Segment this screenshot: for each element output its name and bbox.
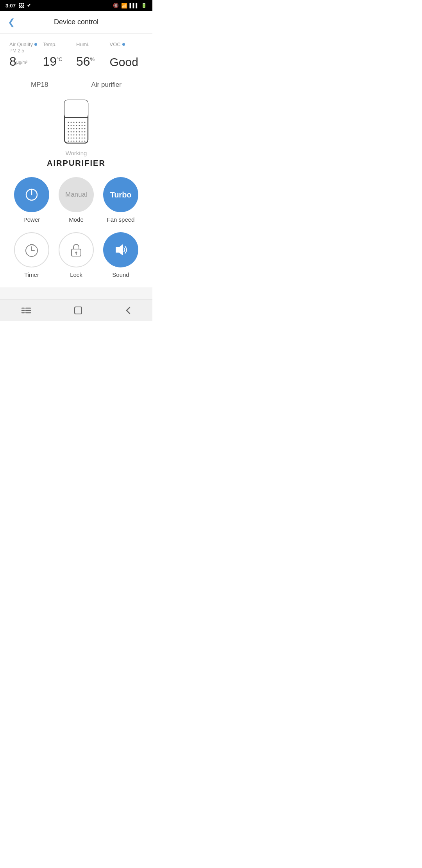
back-icon xyxy=(125,306,131,315)
battery-icon: 🔋 xyxy=(141,3,147,8)
svg-marker-61 xyxy=(116,245,122,255)
timer-icon xyxy=(23,241,40,258)
svg-point-27 xyxy=(76,131,77,133)
svg-point-39 xyxy=(71,138,72,139)
svg-point-14 xyxy=(79,125,80,126)
temp-label: Temp. xyxy=(43,41,77,47)
mode-control: Manual Mode xyxy=(54,177,98,223)
svg-point-44 xyxy=(84,138,86,139)
nav-home-button[interactable] xyxy=(66,303,91,318)
svg-point-3 xyxy=(68,122,69,123)
svg-point-13 xyxy=(76,125,77,126)
controls-row-2: Timer Lock xyxy=(9,232,143,278)
voc-value: Good xyxy=(110,55,143,69)
mode-label: Mode xyxy=(69,216,84,223)
svg-point-32 xyxy=(71,135,72,136)
check-icon: ✔ xyxy=(27,3,31,8)
temp-sensor: Temp. 19°C xyxy=(43,41,77,69)
sound-control: Sound xyxy=(98,232,143,278)
photo-icon: 🖼 xyxy=(19,3,24,9)
device-info: MP18 Air purifier xyxy=(0,73,152,89)
svg-point-25 xyxy=(71,131,72,133)
svg-rect-1 xyxy=(64,100,88,118)
sound-label: Sound xyxy=(112,271,129,278)
voc-sensor: VOC Good xyxy=(110,41,143,69)
timer-label: Timer xyxy=(24,271,39,278)
device-model: MP18 xyxy=(31,81,48,89)
mute-icon: 🔇 xyxy=(113,3,119,8)
mode-button[interactable]: Manual xyxy=(59,177,94,212)
svg-point-6 xyxy=(76,122,77,123)
svg-point-4 xyxy=(71,122,72,123)
temp-value: 19°C xyxy=(43,55,77,68)
air-quality-dot xyxy=(34,43,37,46)
back-button[interactable]: ❮ xyxy=(8,18,15,27)
lock-control: Lock xyxy=(54,232,98,278)
power-button[interactable] xyxy=(14,177,49,212)
voc-dot xyxy=(122,43,125,46)
fan-speed-label: Fan speed xyxy=(107,216,135,223)
svg-point-17 xyxy=(68,128,69,129)
humi-value: 56% xyxy=(76,55,110,68)
lock-label: Lock xyxy=(70,271,82,278)
signal-icon: ▌▌▌ xyxy=(130,3,139,8)
svg-point-41 xyxy=(76,138,77,139)
svg-point-20 xyxy=(76,128,77,129)
svg-point-15 xyxy=(82,125,83,126)
nav-bar xyxy=(0,299,152,321)
status-time: 3:07 xyxy=(5,3,16,9)
svg-point-45 xyxy=(68,141,69,142)
svg-point-12 xyxy=(73,125,75,126)
svg-point-16 xyxy=(84,125,86,126)
svg-point-5 xyxy=(73,122,75,123)
humi-label: Humi. xyxy=(76,41,110,47)
svg-point-28 xyxy=(79,131,80,133)
controls-row-1: Power Manual Mode Turbo Fan speed xyxy=(9,177,143,223)
status-bar: 3:07 🖼 ✔ 🔇 📶 ▌▌▌ 🔋 xyxy=(0,0,152,11)
fan-speed-control: Turbo Fan speed xyxy=(98,177,143,223)
page-title: Device control xyxy=(54,18,98,26)
svg-point-40 xyxy=(73,138,75,139)
svg-point-24 xyxy=(68,131,69,133)
power-control: Power xyxy=(9,177,54,223)
svg-point-7 xyxy=(79,122,80,123)
svg-point-30 xyxy=(84,131,86,133)
power-label: Power xyxy=(23,216,40,223)
svg-point-19 xyxy=(73,128,75,129)
timer-button[interactable] xyxy=(14,232,49,267)
nav-menu-button[interactable] xyxy=(13,303,39,317)
fan-speed-button[interactable]: Turbo xyxy=(103,177,138,212)
lock-icon xyxy=(68,241,84,258)
timer-control: Timer xyxy=(9,232,54,278)
device-type: Air purifier xyxy=(91,81,121,89)
svg-point-42 xyxy=(79,138,80,139)
air-quality-sensor: Air Quality PM 2.5 8μg/m³ xyxy=(9,41,43,69)
sound-icon xyxy=(112,242,129,258)
lock-button[interactable] xyxy=(59,232,94,267)
svg-point-31 xyxy=(68,135,69,136)
home-icon xyxy=(73,306,83,315)
purifier-icon xyxy=(61,98,92,145)
wifi-icon: 📶 xyxy=(121,3,127,9)
svg-point-46 xyxy=(71,141,72,142)
svg-point-38 xyxy=(68,138,69,139)
nav-back-button[interactable] xyxy=(117,303,139,318)
svg-point-49 xyxy=(79,141,80,142)
svg-point-22 xyxy=(82,128,83,129)
svg-point-10 xyxy=(68,125,69,126)
mode-text: Manual xyxy=(65,191,87,199)
air-quality-sublabel: PM 2.5 xyxy=(9,48,43,54)
sensor-row: Air Quality PM 2.5 8μg/m³ Temp. 19°C Hum… xyxy=(0,34,152,73)
voc-label: VOC xyxy=(110,41,143,47)
svg-point-26 xyxy=(73,131,75,133)
device-image-area xyxy=(0,89,152,150)
bottom-spacer xyxy=(0,287,152,299)
svg-point-8 xyxy=(82,122,83,123)
air-quality-value: 8μg/m³ xyxy=(9,55,43,68)
fan-speed-text: Turbo xyxy=(110,190,131,199)
svg-point-34 xyxy=(76,135,77,136)
sound-button[interactable] xyxy=(103,232,138,267)
header: ❮ Device control xyxy=(0,11,152,34)
power-icon xyxy=(24,187,39,203)
svg-point-11 xyxy=(71,125,72,126)
